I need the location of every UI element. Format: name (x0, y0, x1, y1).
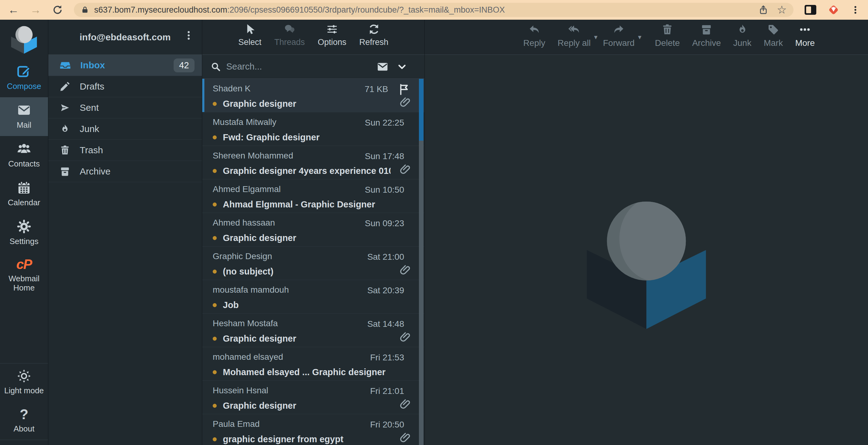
flame-icon (736, 23, 749, 36)
folder-item-trash[interactable]: Trash (48, 140, 202, 161)
list-scrollbar-track[interactable] (419, 79, 424, 445)
side-panel-icon[interactable] (805, 5, 816, 15)
extension-icon[interactable] (827, 4, 840, 16)
message-row[interactable]: Shereen Mohammed Sun 17:48 Graphic desig… (202, 146, 425, 180)
message-subject: Job (223, 300, 239, 310)
sidebar-item-compose[interactable]: Compose (0, 59, 48, 97)
message-list: Shaden K 71 KB Graphic designer Mustafa … (202, 79, 425, 445)
junk-button[interactable]: Junk (733, 23, 751, 55)
refresh-icon (368, 23, 380, 35)
search-options-chevron-icon[interactable] (397, 62, 407, 71)
archive-icon (700, 23, 713, 36)
message-sender: Paula Emad (213, 419, 391, 429)
message-date: Fri 20:50 (370, 420, 404, 430)
reply-button[interactable]: Reply (523, 23, 546, 55)
archive-button[interactable]: Archive (692, 23, 721, 55)
forward-arrow-icon (613, 23, 625, 36)
flag-icon[interactable] (398, 83, 410, 97)
message-row[interactable]: Mustafa Mitwally Sun 22:25 Fwd: Graphic … (202, 112, 425, 146)
refresh-button[interactable]: Refresh (359, 23, 389, 55)
unread-dot (213, 236, 217, 240)
sidebar-item-webmail-home[interactable]: cP Webmail Home (0, 252, 48, 299)
account-header: info@ebdeasoft.com (48, 20, 202, 55)
message-sender: moustafa mamdouh (213, 285, 391, 295)
tag-icon (767, 23, 779, 36)
message-row[interactable]: Ahmed hassaan Sun 09:23 Graphic designer (202, 213, 425, 247)
folder-label: Archive (80, 166, 111, 177)
options-button[interactable]: Options (318, 23, 346, 55)
message-row[interactable]: Ahmed Elgammal Sun 10:50 Ahmad Elgmmal -… (202, 180, 425, 213)
message-row[interactable]: Shaden K 71 KB Graphic designer (202, 79, 425, 112)
forward-button[interactable]: Forward ▾ (603, 23, 635, 55)
message-row[interactable]: mohamed elsayed Fri 21:53 Mohamed elsaye… (202, 347, 425, 381)
nav-sidebar: Compose Mail Contacts Calendar Settings (0, 20, 48, 445)
toolbar-label: Select (238, 37, 261, 47)
search-input[interactable] (226, 62, 371, 72)
mail-icon (17, 103, 31, 118)
sidebar-item-calendar[interactable]: Calendar (0, 175, 48, 214)
message-sender: Shereen Mohammed (213, 151, 391, 161)
contacts-icon (17, 141, 31, 156)
sidebar-item-mail[interactable]: Mail (0, 97, 48, 136)
share-icon[interactable] (758, 5, 768, 15)
folder-item-junk[interactable]: Junk (48, 119, 202, 140)
message-date: Sun 22:25 (365, 118, 404, 128)
message-row[interactable]: Paula Emad Fri 20:50 graphic designer fr… (202, 414, 425, 445)
attachment-icon (400, 331, 411, 344)
sidebar-item-light-mode[interactable]: Light mode (0, 363, 48, 402)
message-row[interactable]: moustafa mamdouh Sat 20:39 Job (202, 280, 425, 314)
toolbar-label: Archive (692, 38, 721, 48)
sidebar-bottom-group: Light mode ? About (0, 363, 48, 445)
url-text: s637.bom7.mysecurecloudhost.com:2096/cps… (94, 5, 753, 15)
message-date: Sat 21:00 (367, 252, 404, 262)
threads-button[interactable]: Threads (274, 23, 305, 55)
toolbar-label: Mark (764, 38, 783, 48)
reply-all-dropdown-icon[interactable]: ▾ (594, 33, 597, 41)
toolbar-label: Forward (603, 38, 635, 48)
unread-dot (213, 169, 217, 173)
toolbar-label: More (795, 38, 815, 48)
folder-options-icon[interactable] (183, 30, 194, 42)
sidebar-item-contacts[interactable]: Contacts (0, 136, 48, 175)
forward-dropdown-icon[interactable]: ▾ (638, 33, 642, 41)
roundcube-logo-icon (7, 23, 41, 55)
mark-button[interactable]: Mark (764, 23, 783, 55)
browser-menu-icon[interactable] (851, 5, 860, 14)
reply-all-button[interactable]: Reply all ▾ (558, 23, 591, 55)
folder-item-archive[interactable]: Archive (48, 161, 202, 182)
reload-icon[interactable] (52, 5, 63, 15)
toolbar-label: Refresh (359, 37, 389, 47)
toolbar-label: Reply (523, 38, 546, 48)
trash-icon (661, 23, 674, 36)
select-button[interactable]: Select (238, 23, 261, 55)
toolbar-label: Delete (655, 38, 680, 48)
folder-item-drafts[interactable]: Drafts (48, 76, 202, 97)
url-bar[interactable]: s637.bom7.mysecurecloudhost.com:2096/cps… (74, 3, 794, 17)
sidebar-item-about[interactable]: ? About (0, 402, 48, 440)
unread-dot (213, 102, 217, 106)
unread-dot (213, 337, 217, 341)
attachment-icon (400, 264, 411, 277)
message-subject: Graphic designer (223, 333, 297, 344)
back-icon[interactable]: ← (8, 4, 19, 15)
folder-label: Sent (80, 102, 99, 113)
message-date: Sat 14:48 (367, 319, 404, 329)
unread-count-badge: 42 (174, 59, 194, 72)
message-row[interactable]: Graphic Design Sat 21:00 (no subject) (202, 247, 425, 280)
folder-item-inbox[interactable]: Inbox 42 (48, 55, 202, 76)
folder-label: Inbox (80, 60, 105, 70)
message-sender: Graphic Design (213, 251, 391, 261)
sidebar-item-settings[interactable]: Settings (0, 214, 48, 252)
bookmark-star-icon[interactable]: ☆ (777, 4, 787, 15)
delete-button[interactable]: Delete (655, 23, 680, 55)
folder-label: Junk (80, 124, 99, 134)
message-subject: graphic designer from egypt (223, 434, 343, 444)
search-scope-mail-icon[interactable] (376, 61, 389, 73)
content-panel: Reply Reply all ▾ Forward ▾ (425, 20, 868, 445)
more-button[interactable]: More (795, 23, 815, 55)
forward-icon[interactable]: → (30, 4, 41, 15)
message-row[interactable]: Hesham Mostafa Sat 14:48 Graphic designe… (202, 314, 425, 347)
folder-item-sent[interactable]: Sent (48, 97, 202, 119)
message-row[interactable]: Hussein Hsnal Fri 21:01 Graphic designer (202, 381, 425, 414)
list-scrollbar-thumb[interactable] (419, 79, 424, 140)
